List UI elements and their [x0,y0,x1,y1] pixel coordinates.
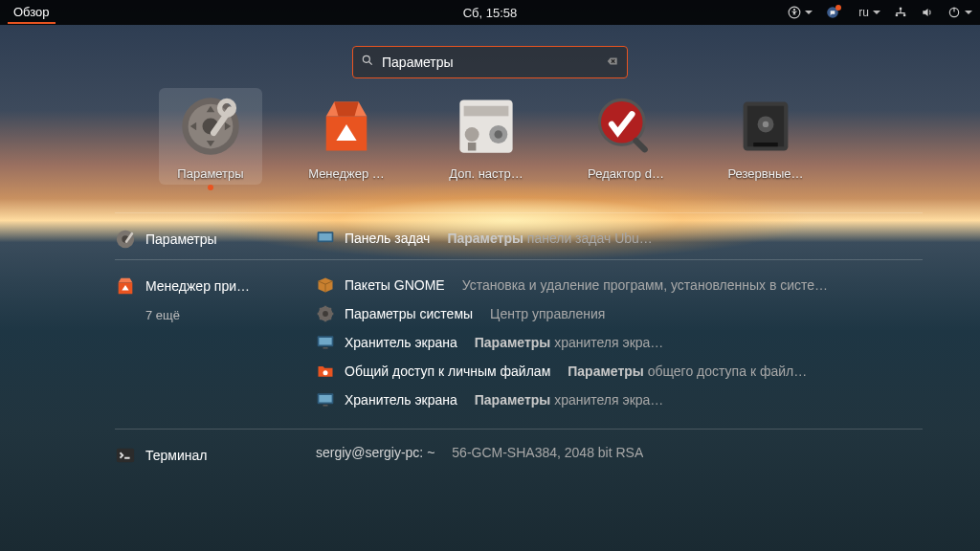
app-results: Параметры Менеджер … Доп. настр… Редакто… [163,94,817,181]
app-backups[interactable]: Резервные… [714,94,817,181]
result-desc: Параметры общего доступа к файл… [568,364,807,379]
search-results-list: Параметры Панель задач Параметры панели … [115,209,923,472]
svg-rect-7 [953,8,954,12]
more-results-label[interactable]: 7 ещё [145,308,180,322]
result-item[interactable]: Пакеты GNOME Установка и удаление програ… [316,276,923,295]
result-source[interactable]: Параметры [115,229,316,250]
result-title: Хранитель экрана [345,392,457,408]
result-title: Общий доступ к личным файлам [345,364,550,379]
result-item[interactable]: Параметры системы Центр управления [316,304,923,323]
settings-icon [115,229,136,250]
tweaks-icon [454,94,519,159]
result-title: sergiy@sergiy-pc: ~ [316,445,434,460]
search-field[interactable] [352,46,628,78]
separator [115,259,923,260]
result-item[interactable]: Общий доступ к личным файлам Параметры о… [316,362,923,381]
clear-search-icon[interactable] [606,55,619,71]
monitor-icon [316,229,335,248]
result-title: Пакеты GNOME [345,277,445,293]
result-title: Хранитель экрана [345,335,457,350]
power-icon[interactable] [947,6,972,19]
svg-rect-38 [323,347,328,349]
svg-point-26 [763,121,768,127]
package-icon [316,276,335,295]
svg-rect-5 [903,14,905,16]
software-center-icon [115,276,136,297]
svg-point-19 [495,130,503,139]
svg-rect-32 [319,233,331,241]
source-name: Параметры [145,231,217,247]
activities-button[interactable]: Обзор [8,1,56,24]
result-group-software: Менеджер при… 7 ещё Пакеты GNOME Установ… [115,270,923,415]
svg-rect-42 [323,405,328,407]
search-input[interactable] [382,55,598,70]
svg-point-8 [363,55,369,62]
svg-rect-41 [319,395,331,403]
svg-point-39 [323,370,328,375]
settings-icon [178,94,243,159]
app-tweaks[interactable]: Доп. настр… [434,94,538,181]
app-label: Резервные… [728,166,804,181]
result-item[interactable]: sergiy@sergiy-pc: ~ 56-GCM-SHA384, 2048 … [316,445,923,460]
keyboard-layout-indicator[interactable]: ru [858,6,880,19]
svg-rect-17 [468,143,477,151]
result-group-terminal: Терминал sergiy@sergiy-pc: ~ 56-GCM-SHA3… [115,439,923,472]
result-item[interactable]: Хранитель экрана Параметры хранителя экр… [316,390,923,409]
terminal-icon [115,445,136,466]
app-label: Менеджер … [308,166,385,181]
search-icon [361,54,374,71]
result-desc: Параметры хранителя экра… [475,335,664,350]
svg-rect-43 [117,449,134,463]
result-source[interactable]: Терминал [115,445,316,466]
source-name: Терминал [145,448,207,463]
svg-rect-4 [896,14,898,16]
folder-share-icon [316,362,335,381]
search-container [352,46,628,78]
accessibility-icon[interactable] [788,6,813,19]
app-label: Редактор d… [588,166,664,181]
source-name: Менеджер при… [145,278,250,294]
system-tray: ru [788,6,972,19]
result-desc: Параметры панели задач Ubu… [447,231,652,246]
result-desc: Центр управления [490,306,605,321]
top-bar: Обзор Сб, 15:58 ru [0,0,980,25]
software-center-icon [314,94,379,159]
result-title: Параметры системы [345,306,473,321]
svg-rect-3 [900,8,902,10]
app-software[interactable]: Менеджер … [295,94,398,181]
monitor-icon [316,390,335,409]
dconf-editor-icon [593,94,658,159]
network-icon[interactable] [894,6,907,19]
clock[interactable]: Сб, 15:58 [463,6,518,20]
svg-point-35 [323,311,328,317]
result-desc: Установка и удаление программ, установле… [462,277,828,293]
notification-icon[interactable] [826,6,845,19]
app-dconf[interactable]: Редактор d… [574,94,678,181]
svg-point-1 [793,9,795,11]
gear-icon [316,304,335,323]
result-group-settings: Параметры Панель задач Параметры панели … [115,223,923,255]
backups-icon [733,94,798,159]
svg-rect-27 [753,143,778,146]
svg-rect-37 [319,338,331,345]
volume-icon[interactable] [921,6,934,19]
result-source[interactable]: Менеджер при… 7 ещё [115,276,316,322]
result-item[interactable]: Хранитель экрана Параметры хранителя экр… [316,333,923,352]
result-desc: Параметры хранителя экра… [475,392,664,408]
svg-rect-22 [632,137,649,154]
app-settings[interactable]: Параметры [159,88,262,185]
result-item[interactable]: Панель задач Параметры панели задач Ubu… [316,229,923,248]
svg-point-16 [465,127,479,142]
app-label: Доп. настр… [449,166,523,181]
monitor-icon [316,333,335,352]
result-title: Панель задач [345,231,430,246]
svg-rect-33 [323,243,328,245]
separator [115,429,923,430]
svg-rect-15 [464,106,509,117]
app-label: Параметры [177,166,243,181]
result-desc: 56-GCM-SHA384, 2048 bit RSA [452,445,643,460]
separator [115,212,923,213]
